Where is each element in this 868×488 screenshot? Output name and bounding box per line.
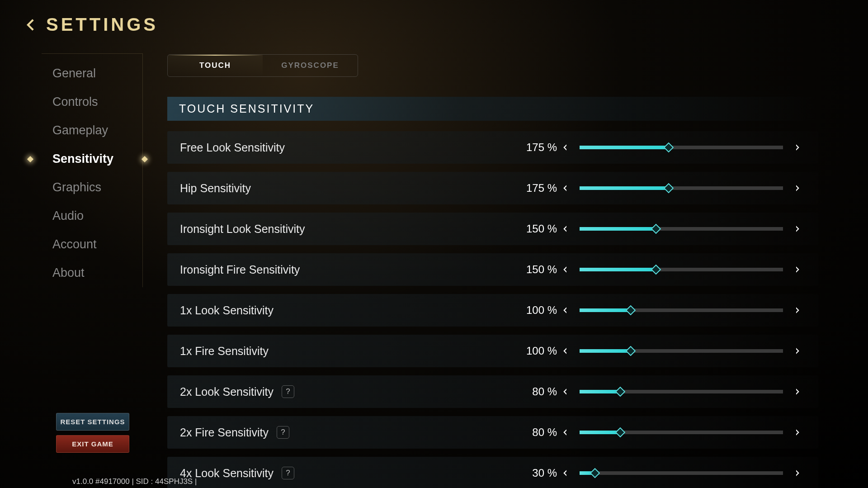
slider-track[interactable]: [580, 349, 783, 353]
slider-label: Ironsight Look Sensitivity: [180, 223, 305, 236]
slider-label: Hip Sensitivity: [180, 182, 251, 195]
footer-text: v1.0.0 #4917000 | SID : 44SPHJ3S |: [72, 477, 197, 486]
slider-track[interactable]: [580, 431, 783, 434]
slider-row: 1x Fire Sensitivity100 %: [167, 335, 818, 367]
exit-game-button[interactable]: EXIT GAME: [56, 435, 129, 453]
tab-touch[interactable]: TOUCH: [168, 55, 263, 76]
slider-value: 175 %: [512, 182, 557, 194]
increase-button[interactable]: [789, 264, 806, 275]
slider-track[interactable]: [580, 268, 783, 271]
slider-row: 2x Fire Sensitivity?80 %: [167, 416, 818, 449]
help-icon[interactable]: ?: [277, 426, 289, 439]
slider-handle[interactable]: [615, 427, 626, 438]
sidebar-item-audio[interactable]: Audio: [42, 202, 142, 230]
increase-button[interactable]: [789, 427, 806, 438]
slider-fill: [580, 431, 620, 434]
slider-track[interactable]: [580, 390, 783, 393]
tab-gyroscope[interactable]: GYROSCOPE: [263, 55, 358, 76]
slider-label: 2x Fire Sensitivity?: [180, 426, 289, 439]
slider-fill: [580, 308, 631, 312]
slider-value: 100 %: [512, 345, 557, 357]
slider-label: 2x Look Sensitivity?: [180, 385, 294, 398]
slider-handle[interactable]: [615, 387, 626, 397]
sidebar-item-account[interactable]: Account: [42, 230, 142, 259]
decrease-button[interactable]: [557, 264, 573, 275]
slider-handle[interactable]: [625, 346, 636, 356]
decrease-button[interactable]: [557, 346, 573, 356]
slider-track[interactable]: [580, 471, 783, 475]
decrease-button[interactable]: [557, 183, 573, 194]
slider-track[interactable]: [580, 146, 783, 149]
slider-track[interactable]: [580, 227, 783, 231]
sidebar-item-gameplay[interactable]: Gameplay: [42, 116, 142, 145]
slider-handle[interactable]: [625, 305, 636, 316]
tabs: TOUCHGYROSCOPE: [167, 54, 358, 77]
decrease-button[interactable]: [557, 427, 573, 438]
slider-value: 80 %: [512, 426, 557, 439]
increase-button[interactable]: [789, 468, 806, 479]
slider-fill: [580, 146, 669, 149]
slider-value: 100 %: [512, 304, 557, 317]
increase-button[interactable]: [789, 223, 806, 234]
slider-row: Ironsight Look Sensitivity150 %: [167, 213, 818, 245]
slider-track[interactable]: [580, 308, 783, 312]
reset-settings-button[interactable]: RESET SETTINGS: [56, 413, 129, 431]
slider-label: 4x Look Sensitivity?: [180, 467, 294, 480]
increase-button[interactable]: [789, 305, 806, 316]
sidebar-item-graphics[interactable]: Graphics: [42, 173, 142, 202]
slider-track[interactable]: [580, 186, 783, 190]
increase-button[interactable]: [789, 386, 806, 397]
decrease-button[interactable]: [557, 386, 573, 397]
slider-value: 30 %: [512, 467, 557, 479]
slider-label: Ironsight Fire Sensitivity: [180, 263, 300, 276]
slider-handle[interactable]: [664, 183, 674, 194]
sidebar-item-sensitivity[interactable]: Sensitivity: [42, 145, 142, 173]
slider-fill: [580, 349, 631, 353]
slider-handle[interactable]: [664, 142, 674, 153]
decrease-button[interactable]: [557, 468, 573, 479]
help-icon[interactable]: ?: [282, 467, 294, 479]
back-icon[interactable]: [24, 17, 39, 33]
slider-row: Hip Sensitivity175 %: [167, 172, 818, 204]
slider-value: 150 %: [512, 223, 557, 235]
sidebar: GeneralControlsGameplaySensitivityGraphi…: [42, 53, 143, 287]
section-header: TOUCH SENSITIVITY: [167, 97, 818, 121]
increase-button[interactable]: [789, 346, 806, 356]
slider-row: Free Look Sensitivity175 %: [167, 131, 818, 164]
slider-row: 4x Look Sensitivity?30 %: [167, 457, 818, 488]
slider-rows: Free Look Sensitivity175 %Hip Sensitivit…: [167, 131, 818, 488]
slider-value: 175 %: [512, 141, 557, 154]
increase-button[interactable]: [789, 142, 806, 153]
slider-row: 1x Look Sensitivity100 %: [167, 294, 818, 327]
slider-handle[interactable]: [651, 224, 661, 234]
slider-fill: [580, 227, 656, 231]
slider-handle[interactable]: [651, 265, 661, 275]
decrease-button[interactable]: [557, 142, 573, 153]
decrease-button[interactable]: [557, 223, 573, 234]
page-title: SETTINGS: [46, 14, 158, 35]
sidebar-item-general[interactable]: General: [42, 59, 142, 88]
sidebar-item-controls[interactable]: Controls: [42, 88, 142, 116]
slider-row: 2x Look Sensitivity?80 %: [167, 375, 818, 408]
help-icon[interactable]: ?: [282, 385, 294, 398]
slider-fill: [580, 268, 656, 271]
increase-button[interactable]: [789, 183, 806, 194]
slider-row: Ironsight Fire Sensitivity150 %: [167, 253, 818, 286]
slider-value: 150 %: [512, 263, 557, 276]
bottom-buttons: RESET SETTINGS EXIT GAME: [56, 413, 129, 453]
header: SETTINGS: [24, 14, 158, 35]
sidebar-item-about[interactable]: About: [42, 259, 142, 287]
slider-label: 1x Fire Sensitivity: [180, 345, 269, 358]
slider-value: 80 %: [512, 385, 557, 398]
decrease-button[interactable]: [557, 305, 573, 316]
slider-handle[interactable]: [590, 468, 600, 479]
slider-label: Free Look Sensitivity: [180, 141, 285, 154]
slider-fill: [580, 390, 620, 393]
slider-fill: [580, 186, 669, 190]
slider-label: 1x Look Sensitivity: [180, 304, 274, 317]
